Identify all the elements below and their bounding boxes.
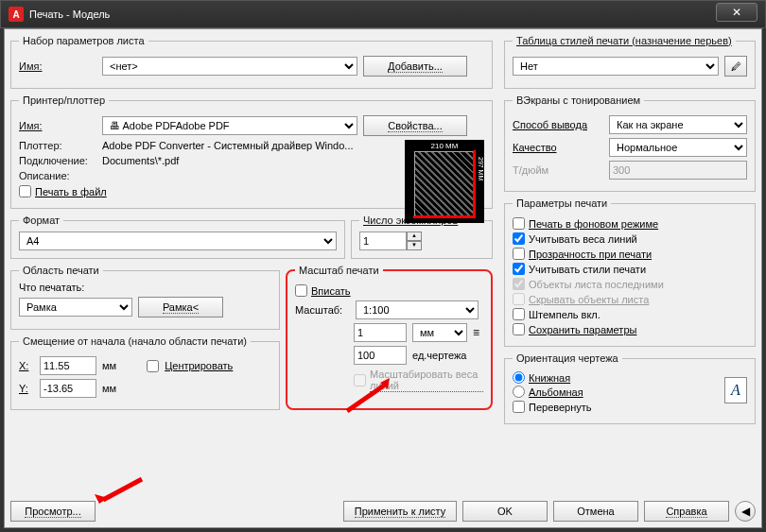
paper-select[interactable]: A4 [19, 232, 337, 250]
plot-to-file-checkbox[interactable] [19, 185, 31, 197]
what-select[interactable]: Рамка [19, 298, 132, 317]
styles-edit-button[interactable]: 🖉 [724, 56, 747, 77]
x-unit: мм [102, 360, 116, 371]
scale-label: Масштаб: [295, 304, 350, 316]
description-label: Описание: [19, 170, 96, 181]
orient-portrait-label: Книжная [529, 372, 570, 384]
opt-ps-label: Объекты листа последними [529, 279, 664, 290]
opt-bg-checkbox[interactable] [513, 217, 525, 230]
printer-properties-button[interactable]: Свойства... [363, 115, 467, 136]
x-input[interactable] [40, 356, 96, 375]
what-label: Что печатать: [19, 282, 271, 293]
offset-group: Смещение от начала (начало области печат… [10, 335, 280, 410]
shade-mode-label: Способ вывода [513, 119, 603, 130]
center-label: Центрировать [165, 360, 233, 371]
scale-group: Масштаб печати Вписать Масштаб: 1:100 мм… [286, 265, 493, 410]
opt-ps-checkbox [513, 278, 525, 290]
shaded-legend: ВЭкраны с тонированием [513, 94, 644, 106]
scale-weights-checkbox [354, 374, 366, 386]
where-label: Подключение: [19, 155, 96, 166]
opt-save-checkbox[interactable] [513, 323, 525, 335]
x-label: X: [19, 360, 34, 371]
printer-select[interactable]: 🖶 Adobe PDFAdobe PDF [102, 116, 357, 135]
apply-button[interactable]: Применить к листу [343, 501, 457, 522]
scale-weights-label: Масштабировать веса линий [370, 369, 483, 392]
ok-button[interactable]: OK [462, 501, 548, 522]
styles-select[interactable]: Нет [513, 57, 719, 76]
help-button[interactable]: Справка [644, 501, 729, 522]
options-legend: Параметры печати [513, 197, 611, 209]
scale-unit-select[interactable]: мм [412, 323, 467, 342]
page-setup-group: Набор параметров листа Имя: <нет> Добави… [10, 35, 493, 89]
opt-tr-checkbox[interactable] [513, 248, 525, 260]
center-checkbox[interactable] [147, 360, 159, 372]
shade-mode-select[interactable]: Как на экране [609, 115, 747, 134]
printer-name-label: Имя: [19, 120, 96, 131]
scale-legend: Масштаб печати [295, 265, 383, 276]
quality-label: Качество [513, 142, 603, 153]
copies-down-button[interactable]: ▼ [407, 241, 422, 250]
cancel-button[interactable]: Отмена [553, 501, 638, 522]
opt-bg-label: Печать в фоновом режиме [529, 218, 658, 230]
where-value: Documents\*.pdf [102, 155, 179, 166]
plot-to-file-label: Печать в файл [35, 186, 107, 197]
plotter-label: Плоттер: [19, 140, 96, 151]
y-unit: мм [102, 383, 116, 394]
offset-legend: Смещение от начала (начало области печат… [19, 335, 251, 347]
y-label: Y: [19, 383, 34, 394]
printer-group: Принтер/плоттер Имя: 🖶 Adobe PDFAdobe PD… [10, 94, 493, 209]
opt-stamp-checkbox[interactable] [513, 308, 525, 320]
styles-group: Таблица стилей печати (назначение перьев… [504, 35, 756, 89]
opt-hide-checkbox [513, 293, 525, 305]
opt-lw-label: Учитывать веса линий [529, 233, 637, 245]
page-setup-legend: Набор параметров листа [19, 35, 148, 46]
area-group: Область печати Что печатать: Рамка Рамка… [10, 265, 280, 330]
y-input[interactable] [40, 379, 96, 398]
paper-group: Формат A4 [10, 215, 345, 259]
preview-width-label: 210 MM [414, 142, 475, 150]
orient-portrait-radio[interactable] [513, 371, 525, 384]
plotter-value: Adobe PDF Converter - Системный драйвер … [102, 140, 354, 151]
orient-upside-label: Перевернуть [529, 402, 592, 413]
app-logo-icon: A [9, 7, 24, 22]
orient-upside-checkbox[interactable] [513, 401, 525, 413]
scale-den-input[interactable] [354, 346, 407, 365]
window-pick-button[interactable]: Рамка< [138, 297, 223, 317]
copies-input[interactable] [359, 232, 407, 250]
orientation-icon: A [724, 377, 747, 403]
area-legend: Область печати [19, 265, 103, 276]
quality-select[interactable]: Нормальное [609, 138, 747, 157]
window-title: Печать - Модель [29, 9, 110, 20]
scale-select[interactable]: 1:100 [356, 300, 479, 319]
orient-landscape-radio[interactable] [513, 386, 525, 398]
dpi-input [609, 161, 747, 180]
opt-st-checkbox[interactable] [513, 263, 525, 275]
page-setup-name-label: Имя: [19, 60, 96, 72]
preview-height-label: 297 MM [478, 157, 484, 180]
dialog-body: Набор параметров листа Имя: <нет> Добави… [4, 28, 762, 528]
fit-checkbox[interactable] [295, 284, 307, 297]
paper-preview: 210 MM 297 MM [405, 140, 484, 223]
options-group: Параметры печати Печать в фоновом режиме… [504, 197, 756, 347]
paper-legend: Формат [19, 215, 63, 226]
orient-group: Ориентация чертежа Книжная Альбомная Пер… [504, 352, 756, 424]
orient-legend: Ориентация чертежа [513, 352, 622, 364]
opt-st-label: Учитывать стили печати [529, 264, 646, 275]
page-setup-select[interactable]: <нет> [102, 57, 357, 76]
close-button[interactable]: ✕ [716, 3, 757, 22]
dpi-label: Т/дюйм [513, 164, 603, 176]
scale-num-input[interactable] [354, 323, 407, 342]
styles-legend: Таблица стилей печати (назначение перьев… [513, 35, 736, 46]
fit-label: Вписать [311, 285, 351, 297]
opt-tr-label: Прозрачность при печати [529, 249, 652, 260]
orient-landscape-label: Альбомная [529, 386, 583, 398]
opt-lw-checkbox[interactable] [513, 232, 525, 245]
opt-hide-label: Скрывать объекты листа [529, 294, 649, 305]
collapse-button[interactable]: ◀ [735, 501, 756, 522]
printer-legend: Принтер/плоттер [19, 94, 109, 106]
opt-save-label: Сохранить параметры [529, 324, 636, 335]
copies-up-button[interactable]: ▲ [407, 232, 422, 241]
add-page-setup-button[interactable]: Добавить... [363, 56, 467, 77]
preview-button[interactable]: Просмотр... [10, 501, 96, 522]
equals-icon: ≡ [473, 326, 479, 339]
